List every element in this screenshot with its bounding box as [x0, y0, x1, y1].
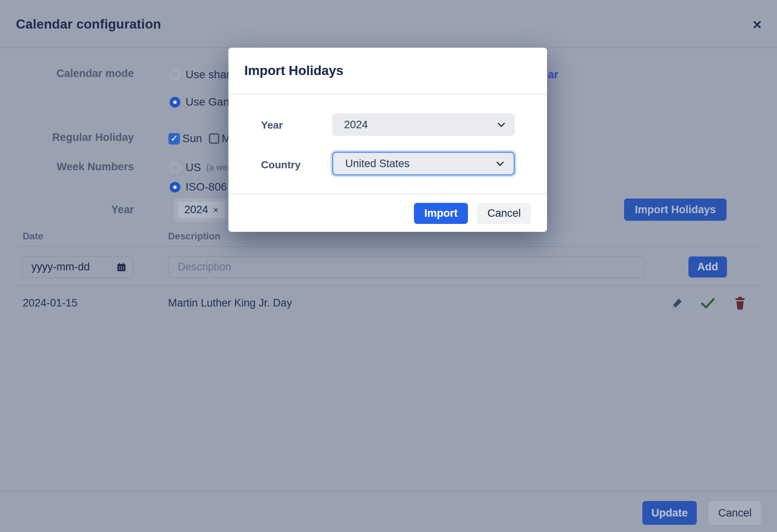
confirm-check-icon[interactable] — [700, 297, 715, 310]
calendar-mode-label: Calendar mode — [23, 67, 134, 80]
import-holidays-modal: Import Holidays Year 2024 Country United… — [228, 48, 547, 232]
modal-import-button[interactable]: Import — [414, 203, 468, 224]
year-tag: 2024 × — [178, 202, 225, 218]
column-header-date: Date — [23, 231, 43, 242]
date-input-field[interactable] — [22, 256, 134, 278]
edit-pencil-icon[interactable] — [671, 296, 684, 310]
checkbox-sun[interactable]: ✓ — [168, 133, 180, 145]
chevron-down-icon — [497, 122, 505, 127]
radio-iso-weeks-label[interactable]: ISO-806 — [186, 181, 227, 193]
radio-us-weeks-label[interactable]: US — [186, 161, 201, 174]
year-label: Year — [23, 204, 134, 216]
calendar-icon[interactable] — [116, 261, 127, 274]
modal-country-label: Country — [261, 159, 301, 171]
update-button[interactable]: Update — [642, 501, 697, 525]
close-icon[interactable]: ✕ — [748, 16, 766, 33]
modal-title: Import Holidays — [244, 63, 343, 78]
year-tag-value: 2024 — [184, 204, 208, 216]
modal-country-value: United States — [345, 158, 410, 170]
description-input-field[interactable] — [168, 256, 645, 278]
delete-trash-icon[interactable] — [734, 296, 746, 310]
modal-header: Import Holidays — [228, 48, 547, 94]
footer-divider — [0, 491, 777, 492]
calendar-link-fragment[interactable]: ar — [548, 68, 558, 81]
modal-country-select[interactable]: United States — [332, 152, 515, 175]
chevron-down-icon — [496, 161, 504, 166]
cancel-button[interactable]: Cancel — [709, 501, 761, 525]
import-holidays-button[interactable]: Import Holidays — [624, 199, 727, 221]
page-title: Calendar configuration — [16, 17, 161, 32]
year-tag-remove-icon[interactable]: × — [213, 204, 218, 216]
radio-use-gantt[interactable] — [170, 97, 180, 108]
radio-use-shared[interactable] — [170, 69, 180, 80]
row-divider — [17, 285, 760, 286]
modal-year-label: Year — [261, 119, 283, 131]
modal-year-value: 2024 — [344, 119, 368, 131]
radio-iso-weeks[interactable] — [170, 182, 180, 193]
table-divider — [17, 246, 760, 247]
column-header-description: Description — [168, 231, 220, 242]
holiday-row-description: Martin Luther King Jr. Day — [168, 297, 292, 309]
calendar-configuration-dialog: Calendar configuration ✕ Calendar mode U… — [0, 0, 777, 532]
checkbox-mon[interactable] — [209, 133, 219, 144]
week-numbers-label: Week Numbers — [23, 161, 134, 173]
description-input[interactable] — [178, 261, 635, 273]
holiday-row-date: 2024-01-15 — [23, 297, 77, 309]
checkbox-sun-label[interactable]: Sun — [182, 132, 202, 145]
radio-use-gantt-label[interactable]: Use Gan — [186, 96, 230, 108]
modal-year-select[interactable]: 2024 — [332, 114, 515, 136]
radio-us-weeks[interactable] — [170, 162, 180, 173]
date-input[interactable] — [31, 261, 113, 273]
regular-holiday-label: Regular Holiday — [23, 131, 134, 144]
add-button[interactable]: Add — [688, 256, 727, 278]
radio-use-shared-label[interactable]: Use shar — [186, 68, 230, 81]
modal-cancel-button[interactable]: Cancel — [477, 203, 531, 224]
modal-footer-divider — [228, 193, 547, 194]
